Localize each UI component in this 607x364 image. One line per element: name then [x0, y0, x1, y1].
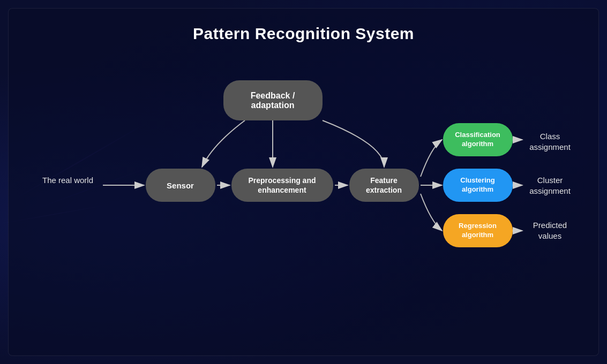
- classification-label: Classification algorithm: [455, 131, 500, 149]
- feature-label: Feature extraction: [366, 176, 402, 195]
- node-sensor: Sensor: [146, 169, 215, 202]
- node-feature: Feature extraction: [349, 169, 419, 202]
- diagram-container: Feedback / adaptation Sensor Preprocessi…: [20, 64, 588, 332]
- feedback-label: Feedback / adaptation: [251, 91, 295, 110]
- clustering-label: Clustering algorithm: [460, 176, 494, 194]
- label-cluster-assignment: Cluster assignment: [523, 175, 577, 196]
- node-classification: Classification algorithm: [443, 123, 513, 156]
- node-regression: Regression algorithm: [443, 214, 513, 247]
- label-class-assignment: Class assignment: [523, 131, 577, 152]
- node-preprocessing: Preprocessing and enhancement: [231, 169, 333, 202]
- node-clustering: Clustering algorithm: [443, 169, 513, 202]
- sensor-label: Sensor: [167, 181, 194, 190]
- regression-label: Regression algorithm: [459, 222, 497, 240]
- label-predicted-values: Predicted values: [523, 220, 577, 241]
- slide-title: Pattern Recognition System: [193, 25, 414, 43]
- preprocessing-label: Preprocessing and enhancement: [248, 176, 316, 195]
- node-feedback: Feedback / adaptation: [223, 80, 323, 120]
- slide-container: Pattern Recognition System: [8, 8, 599, 356]
- label-realworld: The real world: [36, 175, 100, 186]
